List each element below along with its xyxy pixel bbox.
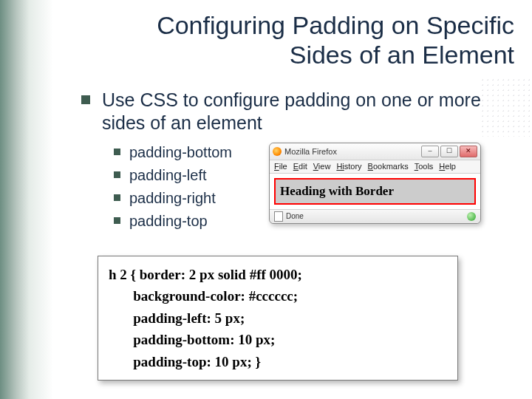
sub-bullet: padding-right <box>114 188 269 208</box>
maximize-button[interactable]: ☐ <box>440 146 458 157</box>
square-bullet-icon <box>114 149 120 155</box>
status-text: Done <box>286 212 304 220</box>
slide-title: Configuring Padding on Specific Sides of… <box>148 10 514 69</box>
menu-file[interactable]: File <box>274 162 287 171</box>
browser-menubar: File Edit View History Bookmarks Tools H… <box>270 160 480 174</box>
slide-body: Use CSS to configure padding on one or m… <box>81 89 510 234</box>
square-bullet-icon <box>114 194 120 201</box>
menu-tools[interactable]: Tools <box>415 162 434 171</box>
sub-bullet-text: padding-bottom <box>129 143 232 163</box>
bullet-level1: Use CSS to configure padding on one or m… <box>81 89 510 135</box>
browser-content: Heading with Border <box>270 174 480 209</box>
square-bullet-icon <box>81 95 90 104</box>
browser-statusbar: Done <box>270 209 480 223</box>
sub-bullet-text: padding-left <box>129 166 207 185</box>
square-bullet-icon <box>114 171 120 178</box>
browser-window-screenshot: Mozilla Firefox – ☐ ✕ File Edit View His… <box>269 143 481 224</box>
sub-bullet: padding-left <box>114 166 269 185</box>
menu-bookmarks[interactable]: Bookmarks <box>368 162 409 171</box>
browser-title: Mozilla Firefox <box>284 147 337 156</box>
sub-bullet: padding-bottom <box>114 143 269 163</box>
sub-bullet: padding-top <box>114 211 269 231</box>
status-ok-icon <box>467 212 476 221</box>
bullet-text: Use CSS to configure padding on one or m… <box>102 89 510 135</box>
sub-bullet-list: padding-bottom padding-left padding-righ… <box>114 143 269 234</box>
browser-titlebar: Mozilla Firefox – ☐ ✕ <box>270 143 480 160</box>
slide: Configuring Padding on Specific Sides of… <box>0 0 532 399</box>
sub-bullet-text: padding-top <box>129 211 208 231</box>
sub-bullets-row: padding-bottom padding-left padding-righ… <box>81 143 510 234</box>
code-example-box: h 2 { border: 2 px solid #ff 0000; backg… <box>98 256 458 381</box>
minimize-button[interactable]: – <box>421 146 439 157</box>
menu-history[interactable]: History <box>336 162 361 171</box>
close-button[interactable]: ✕ <box>460 146 477 157</box>
document-icon <box>274 211 283 222</box>
sub-bullet-text: padding-right <box>129 188 216 208</box>
menu-help[interactable]: Help <box>439 162 456 171</box>
menu-view[interactable]: View <box>313 162 331 171</box>
firefox-icon <box>273 147 282 156</box>
heading-with-border-demo: Heading with Border <box>274 178 476 205</box>
menu-edit[interactable]: Edit <box>293 162 307 171</box>
square-bullet-icon <box>114 217 120 224</box>
